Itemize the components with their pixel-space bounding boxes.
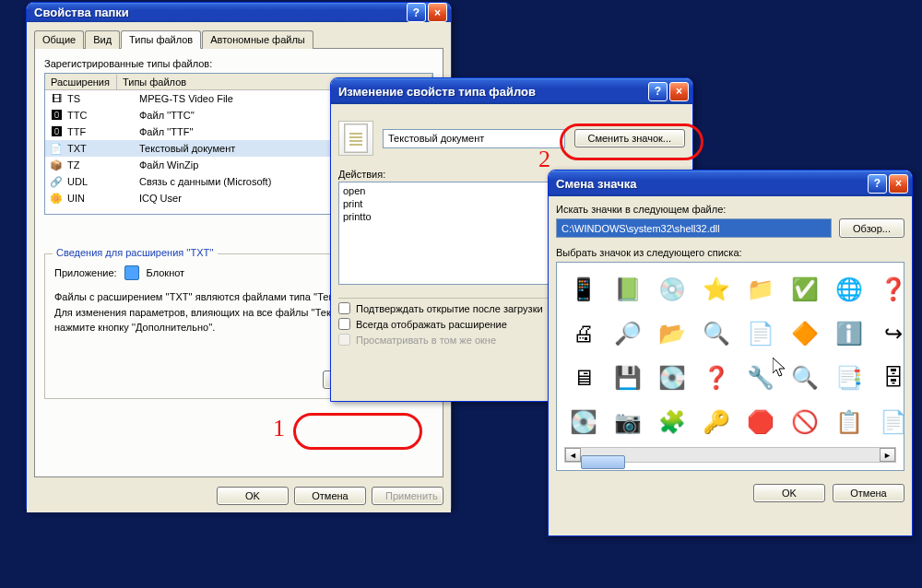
icon-cell[interactable]: 📄 bbox=[874, 403, 913, 441]
icon-cell[interactable]: 🔍 bbox=[697, 314, 736, 353]
icon-grid[interactable]: 📱📗💿⭐📁✅🌐❓🖨🔎📂🔍📄🔶ℹ️↪🖥💾💽❓🔧🔍📑🗄💽📷🧩🔑🛑🚫📋📄 bbox=[564, 270, 896, 441]
tab-автономные-файлы[interactable]: Автономные файлы bbox=[202, 30, 313, 49]
scroll-right-icon[interactable]: ► bbox=[880, 448, 895, 462]
icon-cell[interactable]: 🚫 bbox=[786, 403, 824, 441]
icon-cell[interactable]: 🖨 bbox=[564, 314, 603, 353]
cell-ext: UDL bbox=[67, 176, 139, 187]
checkbox-confirm-open-input[interactable] bbox=[338, 302, 350, 314]
cell-ext: TS bbox=[67, 93, 139, 104]
icon-cell[interactable]: ❓ bbox=[697, 359, 736, 397]
close-icon[interactable]: × bbox=[889, 174, 908, 194]
icon-cell[interactable]: 📑 bbox=[830, 359, 869, 397]
tab-типы-файлов[interactable]: Типы файлов bbox=[121, 30, 201, 49]
file-icon: 📦 bbox=[49, 158, 64, 172]
tabs: ОбщиеВидТипы файловАвтономные файлы bbox=[34, 30, 443, 49]
window-title: Изменение свойств типа файлов bbox=[338, 85, 646, 99]
icon-cell[interactable]: 📷 bbox=[609, 403, 647, 441]
cancel-button[interactable]: Отмена bbox=[294, 487, 366, 505]
icon-cell[interactable]: 🗄 bbox=[874, 359, 913, 397]
checkbox-always-show-ext-input[interactable] bbox=[338, 318, 350, 330]
icon-cell[interactable]: 🌐 bbox=[830, 270, 869, 309]
icon-cell[interactable]: 🔧 bbox=[741, 359, 780, 397]
ok-button[interactable]: OK bbox=[753, 484, 825, 502]
icon-cell[interactable]: 💾 bbox=[609, 359, 647, 397]
tab-вид[interactable]: Вид bbox=[85, 30, 120, 49]
checkbox-same-window-input bbox=[338, 334, 350, 346]
icon-cell[interactable]: 🔑 bbox=[697, 403, 736, 441]
help-icon[interactable]: ? bbox=[407, 3, 426, 22]
type-name-input[interactable] bbox=[383, 129, 565, 148]
cancel-button[interactable]: Отмена bbox=[833, 484, 904, 502]
icon-cell[interactable]: 🛑 bbox=[741, 403, 780, 441]
horizontal-scrollbar[interactable]: ◄ ► bbox=[564, 447, 896, 463]
icon-cell[interactable]: 🔎 bbox=[609, 314, 647, 353]
scroll-left-icon[interactable]: ◄ bbox=[565, 448, 581, 462]
window-title: Свойства папки bbox=[34, 6, 405, 19]
cell-ext: TTF bbox=[67, 126, 139, 137]
titlebar[interactable]: Свойства папки ? × bbox=[27, 3, 451, 22]
pick-icon-label: Выбрать значок из следующего списка: bbox=[556, 247, 904, 258]
filetype-icon bbox=[338, 121, 373, 156]
icon-cell[interactable]: 📱 bbox=[564, 270, 603, 309]
file-icon: 🎞 bbox=[49, 91, 64, 106]
icon-cell[interactable]: 🔶 bbox=[786, 314, 824, 353]
tab-общие[interactable]: Общие bbox=[34, 30, 84, 49]
help-icon[interactable]: ? bbox=[868, 174, 887, 194]
file-icon: 🅾 bbox=[49, 124, 64, 139]
change-icon-button[interactable]: Сменить значок... bbox=[574, 129, 686, 147]
cell-ext: TXT bbox=[67, 143, 139, 154]
icon-cell[interactable]: 🖥 bbox=[564, 359, 603, 397]
apply-button: Применить bbox=[372, 487, 443, 505]
file-icon: 🌼 bbox=[49, 191, 64, 206]
icon-cell[interactable]: 📋 bbox=[830, 403, 869, 441]
browse-button[interactable]: Обзор... bbox=[839, 218, 904, 238]
icon-cell[interactable]: 💿 bbox=[653, 270, 692, 309]
application-label: Приложение: bbox=[54, 267, 117, 278]
titlebar[interactable]: Изменение свойств типа файлов ? × bbox=[331, 78, 692, 104]
icon-cell[interactable]: 💽 bbox=[653, 359, 692, 397]
registered-types-label: Зарегистрированные типы файлов: bbox=[44, 58, 433, 69]
icon-cell[interactable]: 📗 bbox=[609, 270, 647, 309]
icon-cell[interactable]: 📁 bbox=[741, 270, 780, 309]
icon-cell[interactable]: 🔍 bbox=[786, 359, 824, 397]
icon-cell[interactable]: ❓ bbox=[874, 270, 913, 309]
file-icon: 🔗 bbox=[49, 174, 64, 189]
icon-cell[interactable]: ✅ bbox=[786, 270, 824, 309]
cell-ext: UIN bbox=[67, 193, 139, 204]
icon-cell[interactable]: ℹ️ bbox=[830, 314, 869, 353]
icon-cell[interactable]: 💽 bbox=[564, 403, 603, 441]
notepad-icon bbox=[124, 265, 139, 280]
icon-cell[interactable]: ⭐ bbox=[697, 270, 736, 309]
icon-cell[interactable]: 📂 bbox=[653, 314, 692, 353]
window-title: Смена значка bbox=[556, 177, 866, 191]
change-icon-window: Смена значка ? × Искать значки в следующ… bbox=[548, 170, 913, 536]
cell-ext: TTC bbox=[67, 110, 139, 121]
icon-cell[interactable]: ↪ bbox=[874, 314, 913, 353]
column-ext[interactable]: Расширения bbox=[45, 75, 117, 89]
scrollbar-thumb[interactable] bbox=[581, 455, 625, 469]
search-file-label: Искать значки в следующем файле: bbox=[556, 204, 904, 215]
group-legend: Сведения для расширения ''TXT'' bbox=[53, 247, 218, 258]
icon-cell[interactable]: 🧩 bbox=[653, 403, 692, 441]
icon-cell[interactable]: 📄 bbox=[741, 314, 780, 353]
ok-button[interactable]: OK bbox=[217, 487, 289, 505]
file-icon: 🅾 bbox=[49, 108, 64, 123]
icon-path-input[interactable] bbox=[556, 218, 832, 238]
titlebar[interactable]: Смена значка ? × bbox=[549, 171, 912, 196]
application-name: Блокнот bbox=[147, 267, 185, 278]
cell-ext: TZ bbox=[67, 159, 139, 171]
help-icon[interactable]: ? bbox=[648, 82, 668, 101]
file-icon: 📄 bbox=[49, 141, 64, 156]
close-icon[interactable]: × bbox=[669, 82, 689, 101]
close-icon[interactable]: × bbox=[428, 3, 447, 22]
